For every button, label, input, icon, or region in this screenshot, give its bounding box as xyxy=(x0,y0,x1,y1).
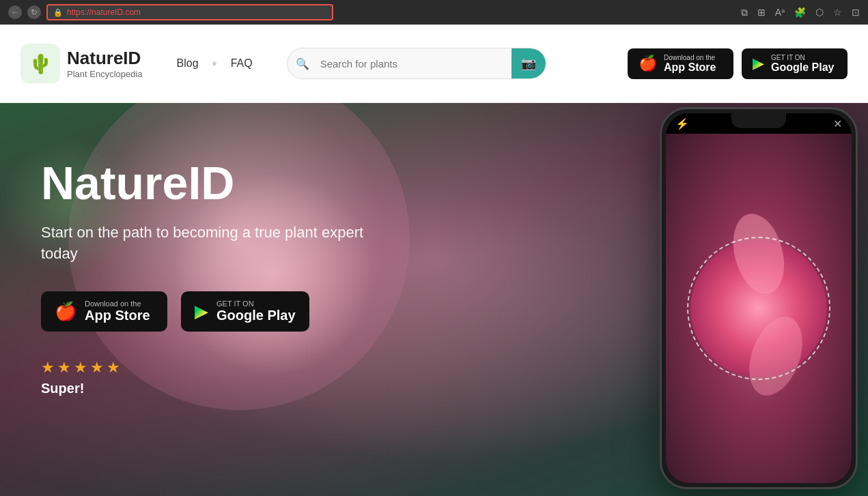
puzzle-icon[interactable]: ⬡ xyxy=(815,7,824,18)
googleplay-icon: ▶ xyxy=(753,55,764,72)
share-icon[interactable]: ⊡ xyxy=(852,7,860,18)
phone-close-icon: ✕ xyxy=(833,117,842,130)
url-text: https://natureID.com xyxy=(67,8,141,17)
font-icon[interactable]: Aᵃ xyxy=(775,7,785,18)
rating-label: Super! xyxy=(41,381,436,396)
hero-googleplay-text: GET IT ON Google Play xyxy=(216,300,296,323)
phone-notch xyxy=(731,113,786,128)
nav-separator: • xyxy=(212,56,217,72)
header-appstore-button[interactable]: 🍎 Download on the App Store xyxy=(628,48,733,79)
logo-icon: 🌵 xyxy=(20,44,60,83)
window-icon[interactable]: ⧉ xyxy=(741,7,748,18)
hero-subtitle: Start on the path to becoming a true pla… xyxy=(41,222,396,265)
hero-appstore-button[interactable]: 🍎 Download on the App Store xyxy=(41,291,167,332)
site-header: 🌵 NatureID Plant Encyclopedia Blog • FAQ… xyxy=(0,25,868,103)
star-2: ★ xyxy=(57,359,71,377)
nav-blog[interactable]: Blog xyxy=(177,57,199,70)
search-bar[interactable]: 🔍 📷 xyxy=(287,48,546,79)
star-1: ★ xyxy=(41,359,55,377)
appstore-text: Download on the App Store xyxy=(664,54,716,74)
googleplay-hero-icon: ▶ xyxy=(195,301,208,322)
logo-link[interactable]: 🌵 NatureID Plant Encyclopedia xyxy=(20,44,143,83)
back-button[interactable]: ← xyxy=(8,5,22,19)
hero-googleplay-button[interactable]: ▶ GET IT ON Google Play xyxy=(181,291,309,332)
phone-flower-display xyxy=(666,134,852,483)
phone-mockup: ⚡ ⊙ ✕ xyxy=(649,103,868,496)
logo-text: NatureID Plant Encyclopedia xyxy=(67,48,143,79)
search-icon: 🔍 xyxy=(288,57,309,70)
url-bar[interactable]: 🔒 https://natureID.com xyxy=(46,4,333,20)
star-4: ★ xyxy=(90,359,104,377)
hero-appstore-text: Download on the App Store xyxy=(85,300,150,323)
googleplay-text: GET IT ON Google Play xyxy=(771,54,834,74)
star-rating: ★ ★ ★ ★ ★ xyxy=(41,359,436,377)
lock-icon: 🔒 xyxy=(53,8,63,17)
browser-chrome: ← ↻ 🔒 https://natureID.com ⧉ ⊞ Aᵃ 🧩 ⬡ ☆ … xyxy=(0,0,868,25)
phone-scan-circle xyxy=(687,237,830,380)
hero-content: NatureID Start on the path to becoming a… xyxy=(0,103,477,496)
browser-toolbar-icons: ⧉ ⊞ Aᵃ 🧩 ⬡ ☆ ⊡ xyxy=(741,7,860,18)
star-icon[interactable]: ☆ xyxy=(833,7,842,18)
star-3: ★ xyxy=(74,359,87,377)
search-input[interactable] xyxy=(309,51,512,76)
header-store-buttons: 🍎 Download on the App Store ▶ GET IT ON … xyxy=(628,48,848,79)
brand-tagline: Plant Encyclopedia xyxy=(67,69,143,79)
phone-flash-icon: ⚡ xyxy=(675,117,689,130)
apple-icon: 🍎 xyxy=(639,55,657,72)
header-googleplay-button[interactable]: ▶ GET IT ON Google Play xyxy=(742,48,848,79)
camera-search-button[interactable]: 📷 xyxy=(512,48,546,78)
phone-screen: ⚡ ⊙ ✕ xyxy=(666,113,852,483)
hero-title: NatureID xyxy=(41,158,436,209)
apple-hero-icon: 🍎 xyxy=(55,301,76,322)
hero-store-buttons: 🍎 Download on the App Store ▶ GET IT ON … xyxy=(41,291,436,332)
nav-faq[interactable]: FAQ xyxy=(231,57,253,70)
phone-outer: ⚡ ⊙ ✕ xyxy=(660,107,858,489)
extension-icon[interactable]: 🧩 xyxy=(794,7,806,18)
refresh-button[interactable]: ↻ xyxy=(27,5,41,19)
camera-icon: 📷 xyxy=(521,56,536,71)
nav-links: Blog • FAQ xyxy=(177,56,253,72)
grid-icon[interactable]: ⊞ xyxy=(757,7,766,18)
brand-name: NatureID xyxy=(67,48,143,69)
hero-section: NatureID Start on the path to becoming a… xyxy=(0,103,868,496)
star-5: ★ xyxy=(107,359,120,377)
